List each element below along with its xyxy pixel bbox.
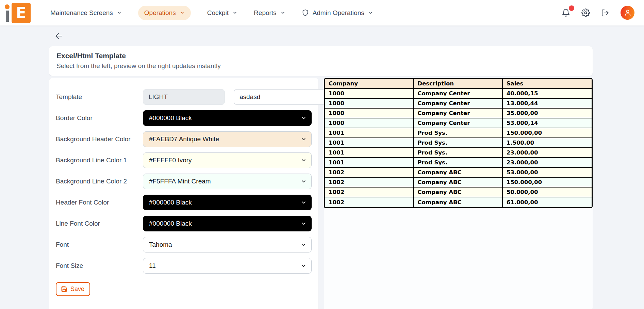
line-font-color-label: Line Font Color [56,220,143,227]
nav-item-admin-operations[interactable]: Admin Operations [302,9,373,17]
preview-cell-company: 1001 [325,158,414,168]
background-header-color-control: #FAEBD7 Antique White [143,131,312,147]
preview-row: 1000Company Center53.000,14 [325,118,592,128]
preview-cell-sales: 50.000,00 [503,188,592,197]
font-size-select[interactable]: 11 [143,258,312,274]
nav-item-reports[interactable]: Reports [254,9,285,17]
form-row-background-line-color-1: Background Line Color 1#FFFFF0 Ivory [56,152,312,168]
preview-cell-company: 1002 [325,178,414,188]
chevron-down-icon [301,158,307,163]
preview-cell-company: 1002 [325,168,414,178]
preview-cell-sales: 53.000,00 [503,168,592,178]
notifications-button[interactable] [562,9,570,17]
nav-item-operations[interactable]: Operations [138,6,191,20]
chevron-down-icon [301,136,307,142]
border-color-label: Border Color [56,114,143,122]
border-color-select[interactable]: #000000 Black [143,110,312,126]
header-font-color-select[interactable]: #000000 Black [143,195,312,210]
chevron-down-icon [301,200,307,206]
back-arrow-icon [54,32,63,40]
preview-cell-description: Company Center [414,99,502,109]
logo-box: E [12,3,31,23]
template-control [143,89,329,105]
preview-row: 1001Prod Sys.23.000,00 [325,158,592,168]
form-row-background-line-color-2: Background Line Color 2#F5FFFA Mint Crea… [56,174,312,189]
preview-cell-sales: 35.000,00 [503,109,592,118]
nav-item-cockpit[interactable]: Cockpit [207,9,237,17]
preview-cell-sales: 23.000,00 [503,148,592,158]
save-button[interactable]: Save [56,282,90,296]
template-input-2[interactable] [234,89,329,105]
preview-cell-sales: 40.000,15 [503,89,592,99]
preview-row: 1000Company Center40.000,15 [325,89,592,99]
line-font-color-select[interactable]: #000000 Black [143,216,312,231]
chevron-down-icon [301,179,307,184]
preview-cell-sales: 23.000,00 [503,158,592,168]
preview-cell-description: Company ABC [414,197,502,207]
top-navbar: E Maintenance ScreensOperationsCockpitRe… [0,0,644,26]
background-header-color-label: Background Header Color [56,135,143,143]
nav-item-label: Maintenance Screens [50,9,113,17]
user-icon [624,9,631,17]
preview-row: 1002Company ABC50.000,00 [325,188,592,197]
chevron-down-icon [368,10,373,15]
app-logo[interactable]: E [5,3,31,23]
background-line-color-2-select[interactable]: #F5FFFA Mint Cream [143,174,312,189]
preview-cell-sales: 1.500,00 [503,138,592,148]
border-color-selected-value: #000000 Black [149,114,192,122]
border-color-control: #000000 Black [143,110,312,126]
logo-dot-icon [5,4,10,9]
header-font-color-label: Header Font Color [56,199,143,206]
logo-i-shape [5,4,10,22]
template-form-card: TemplateBorder Color#000000 BlackBackgro… [49,78,318,309]
chevron-down-icon [301,221,307,227]
preview-col-company: Company [325,79,414,89]
chevron-down-icon [301,263,307,269]
form-row-template: Template [56,89,312,105]
font-label: Font [56,241,143,248]
background-line-color-1-select[interactable]: #FFFFF0 Ivory [143,152,312,168]
user-avatar[interactable] [621,6,634,20]
preview-cell-description: Prod Sys. [414,138,502,148]
font-select[interactable]: Tahoma [143,237,312,253]
preview-col-sales: Sales [503,79,592,89]
preview-cell-description: Company Center [414,89,502,99]
save-button-label: Save [70,286,84,293]
background-header-color-select[interactable]: #FAEBD7 Antique White [143,131,312,147]
nav-item-label: Cockpit [207,9,229,17]
logout-icon [601,9,609,17]
background-header-color-selected-value: #FAEBD7 Antique White [149,135,219,143]
preview-row: 1002Company ABC61.000,00 [325,197,592,207]
template-input-1 [143,89,225,105]
font-size-label: Font Size [56,262,143,270]
chevron-down-icon [180,10,185,15]
preview-cell-description: Company ABC [414,188,502,197]
page-title: Excel/Html Template [56,52,584,60]
preview-cell-description: Prod Sys. [414,128,502,138]
header-font-color-selected-value: #000000 Black [149,199,192,206]
background-line-color-1-label: Background Line Color 1 [56,157,143,164]
preview-cell-company: 1001 [325,148,414,158]
preview-cell-company: 1002 [325,197,414,207]
form-rows: TemplateBorder Color#000000 BlackBackgro… [56,89,312,274]
page-subtitle: Select from the left, preview on the rig… [56,62,584,70]
logo-stem-icon [6,11,9,22]
preview-cell-description: Company ABC [414,178,502,188]
preview-cell-description: Company ABC [414,168,502,178]
nav-item-label: Admin Operations [313,9,364,17]
header-font-color-control: #000000 Black [143,195,312,210]
nav-item-maintenance-screens[interactable]: Maintenance Screens [50,9,122,17]
logout-button[interactable] [601,9,609,17]
chevron-down-icon [301,242,307,248]
preview-header-row: CompanyDescriptionSales [325,79,592,89]
preview-table: CompanyDescriptionSales1000Company Cente… [324,78,593,208]
form-row-font-size: Font Size11 [56,258,312,274]
preview-col-description: Description [414,79,502,89]
preview-row: 1000Company Center35.000,00 [325,109,592,118]
navbar-actions [562,6,634,20]
background-line-color-2-control: #F5FFFA Mint Cream [143,174,312,189]
font-control: Tahoma [143,237,312,253]
back-button[interactable] [54,32,63,40]
form-row-line-font-color: Line Font Color#000000 Black [56,216,312,231]
settings-button[interactable] [581,9,590,17]
